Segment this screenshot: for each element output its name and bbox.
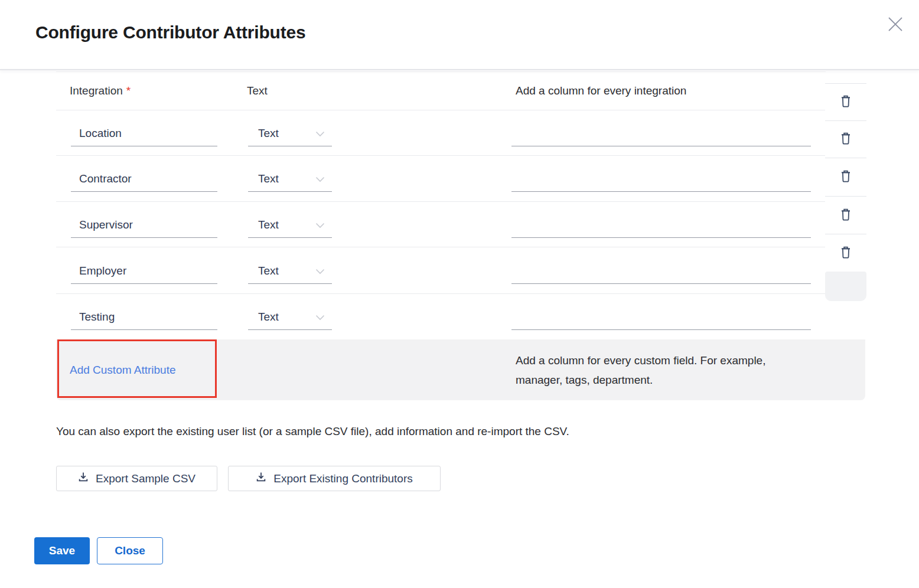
attribute-description-field [511, 121, 811, 146]
attribute-description-input[interactable] [511, 166, 811, 191]
delete-row-button[interactable] [825, 120, 866, 158]
table-row-contractor: Text [56, 155, 826, 202]
export-note: You can also export the existing user li… [56, 425, 569, 438]
attribute-name-input[interactable] [71, 121, 217, 146]
close-icon [887, 16, 904, 34]
chevron-down-icon [315, 177, 325, 182]
attribute-type-value: Text [258, 172, 279, 185]
attribute-type-label: Text [247, 84, 268, 97]
download-icon [78, 472, 89, 485]
page-title: Configure Contributor Attributes [35, 22, 305, 43]
add-custom-attribute-link[interactable]: Add Custom Attribute [70, 364, 176, 377]
attribute-description-input[interactable] [511, 259, 811, 283]
add-custom-attribute-row: Add Custom Attribute Add a column for ev… [56, 339, 865, 400]
chevron-down-icon [315, 315, 325, 321]
chevron-down-icon [315, 131, 325, 137]
close-modal-button[interactable]: Close [97, 537, 163, 564]
attribute-name-input[interactable] [71, 213, 217, 237]
trash-icon [840, 208, 852, 223]
attribute-name-input[interactable] [71, 166, 217, 191]
trash-icon [840, 132, 852, 147]
custom-field-description: Add a column for every custom field. For… [516, 351, 765, 390]
attribute-name-field [71, 213, 217, 238]
attribute-description-input[interactable] [511, 305, 811, 329]
table-row-supervisor: Text [56, 201, 826, 247]
chevron-down-icon [315, 269, 325, 275]
required-asterisk: * [126, 84, 131, 97]
table-row-employer: Text [56, 247, 826, 294]
attribute-name-field [71, 166, 217, 192]
save-button[interactable]: Save [34, 537, 90, 564]
attribute-type-value: Text [258, 127, 279, 140]
export-existing-contributors-label: Export Existing Contributors [273, 472, 413, 485]
trash-icon [840, 94, 852, 110]
attribute-type-value: Text [258, 218, 279, 231]
delete-column-endcap [825, 272, 866, 301]
trash-icon [840, 246, 852, 261]
attribute-description-label: Add a column for every integration [516, 84, 686, 97]
attribute-name-label: Integration [70, 84, 123, 97]
export-sample-csv-label: Export Sample CSV [96, 472, 195, 485]
attribute-type-value: Text [258, 311, 279, 324]
table-row-testing: Text [56, 293, 826, 340]
attribute-type-value: Text [258, 264, 279, 277]
delete-row-button[interactable] [825, 196, 866, 234]
delete-row-button[interactable] [825, 83, 866, 120]
table-row-integration: Integration * Text Add a column for ever… [56, 71, 826, 110]
attribute-name-field [71, 259, 217, 284]
attribute-description-input[interactable] [511, 213, 811, 237]
attribute-type-select[interactable]: Text [248, 166, 332, 192]
attribute-name-field [71, 121, 217, 146]
attribute-name-input[interactable] [71, 259, 217, 283]
table-row-location: Text [56, 110, 826, 156]
attribute-name-field [71, 305, 217, 330]
attribute-type-select[interactable]: Text [248, 121, 332, 146]
download-icon [256, 472, 266, 485]
export-existing-contributors-button[interactable]: Export Existing Contributors [228, 466, 441, 491]
chevron-down-icon [315, 223, 325, 228]
delete-row-button[interactable] [825, 158, 866, 196]
close-button[interactable] [882, 12, 908, 38]
attribute-description-field [511, 259, 811, 284]
trash-icon [840, 169, 852, 185]
attributes-table: Integration * Text Add a column for ever… [56, 70, 865, 401]
attribute-description-field [511, 213, 811, 238]
custom-field-description-line2: manager, tags, department. [516, 370, 765, 390]
attribute-description-input[interactable] [511, 121, 811, 146]
attribute-type-select[interactable]: Text [248, 259, 332, 284]
attribute-description-field [511, 166, 811, 192]
configure-contributor-attributes-modal: Configure Contributor Attributes Integra… [0, 0, 919, 588]
delete-row-button[interactable] [825, 234, 866, 272]
custom-field-description-line1: Add a column for every custom field. For… [516, 351, 765, 370]
attribute-type-select[interactable]: Text [248, 305, 332, 330]
export-sample-csv-button[interactable]: Export Sample CSV [56, 466, 217, 491]
attribute-name-input[interactable] [71, 305, 217, 329]
attribute-description-field [511, 305, 811, 330]
attribute-type-select[interactable]: Text [248, 213, 332, 238]
